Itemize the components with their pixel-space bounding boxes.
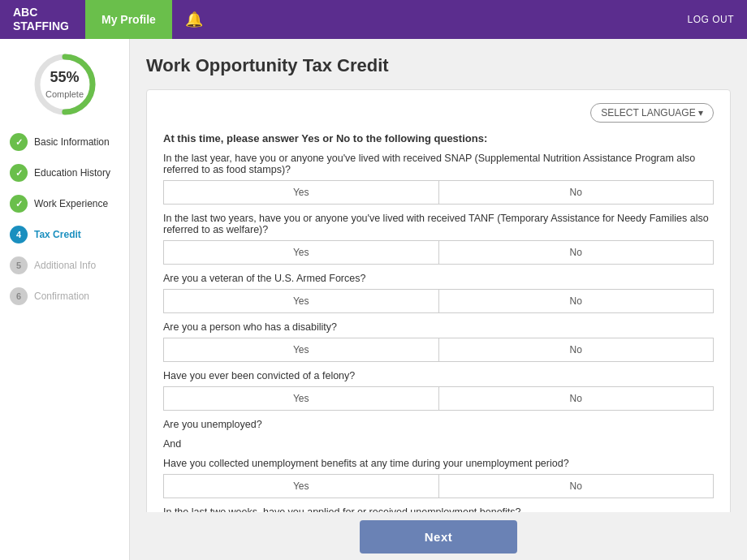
- yes-no-row-5: Yes No: [163, 386, 714, 411]
- sidebar-step-label-2: Education History: [34, 167, 110, 179]
- question-block-6: Are you unemployed?: [163, 419, 714, 430]
- page-title: Work Opportunity Tax Credit: [146, 55, 731, 76]
- question-text-9: In the last two weeks, have you applied …: [163, 506, 714, 512]
- my-profile-nav[interactable]: My Profile: [85, 0, 172, 39]
- question-text-5: Have you ever been convicted of a felony…: [163, 370, 714, 381]
- yes-button-2[interactable]: Yes: [163, 240, 438, 265]
- yes-no-row-4: Yes No: [163, 338, 714, 362]
- sidebar-step-label-1: Basic Information: [34, 136, 110, 148]
- yes-no-row-1: Yes No: [163, 180, 714, 205]
- step-check-icon-3: ✓: [10, 195, 28, 213]
- question-block-5: Have you ever been convicted of a felony…: [163, 370, 714, 411]
- question-text-4: Are you a person who has a disability?: [163, 321, 714, 333]
- yes-no-row-2: Yes No: [163, 240, 714, 265]
- step-inactive-icon-5: 5: [10, 256, 28, 274]
- intro-text: At this time, please answer Yes or No to…: [163, 132, 714, 144]
- yes-no-row-8: Yes No: [163, 474, 714, 498]
- no-button-1[interactable]: No: [438, 180, 715, 205]
- progress-container: 55% Complete: [32, 52, 97, 117]
- sidebar-item-tax-credit[interactable]: 4 Tax Credit: [10, 226, 119, 243]
- yes-button-5[interactable]: Yes: [163, 386, 438, 411]
- question-text-8: Have you collected unemployment benefits…: [163, 458, 714, 469]
- question-text-2: In the last two years, have you or anyon…: [163, 213, 714, 235]
- no-button-2[interactable]: No: [438, 240, 715, 265]
- question-block-2: In the last two years, have you or anyon…: [163, 213, 714, 265]
- and-text-block: And: [163, 438, 714, 450]
- question-block-1: In the last year, have you or anyone you…: [163, 153, 714, 205]
- bottom-bar: Next: [130, 512, 747, 560]
- sidebar-step-label-4: Tax Credit: [34, 229, 81, 240]
- sidebar: 55% Complete ✓ Basic Information ✓ Educa…: [0, 39, 130, 560]
- header: ABC STAFFING My Profile 🔔 LOG OUT: [0, 0, 747, 39]
- next-button-large[interactable]: Next: [360, 520, 518, 554]
- form-card: SELECT LANGUAGE ▾ At this time, please a…: [146, 89, 731, 512]
- question-block-8: Have you collected unemployment benefits…: [163, 458, 714, 498]
- question-block-4: Are you a person who has a disability? Y…: [163, 321, 714, 362]
- progress-complete-label: Complete: [45, 89, 84, 99]
- no-button-4[interactable]: No: [438, 338, 715, 362]
- yes-button-1[interactable]: Yes: [163, 180, 438, 205]
- content-area: Work Opportunity Tax Credit SELECT LANGU…: [130, 39, 747, 512]
- yes-button-4[interactable]: Yes: [163, 338, 438, 362]
- progress-label: 55% Complete: [45, 69, 84, 101]
- top-nav: My Profile 🔔: [85, 0, 688, 39]
- question-text-6: Are you unemployed?: [163, 419, 714, 430]
- question-block-3: Are you a veteran of the U.S. Armed Forc…: [163, 273, 714, 313]
- sidebar-item-work-experience[interactable]: ✓ Work Experience: [10, 195, 119, 213]
- no-button-5[interactable]: No: [438, 386, 715, 411]
- step-inactive-icon-6: 6: [10, 287, 28, 305]
- yes-button-8[interactable]: Yes: [163, 474, 438, 498]
- question-text-3: Are you a veteran of the U.S. Armed Forc…: [163, 273, 714, 284]
- step-check-icon-2: ✓: [10, 164, 28, 182]
- sidebar-step-label-3: Work Experience: [34, 198, 108, 209]
- progress-percent: 55%: [45, 69, 84, 86]
- no-button-3[interactable]: No: [438, 289, 715, 313]
- sidebar-item-additional-info[interactable]: 5 Additional Info: [10, 256, 119, 274]
- bell-icon[interactable]: 🔔: [185, 11, 203, 28]
- question-block-9: In the last two weeks, have you applied …: [163, 506, 714, 512]
- and-text: And: [163, 438, 714, 450]
- yes-no-row-3: Yes No: [163, 289, 714, 313]
- logout-button[interactable]: LOG OUT: [687, 14, 734, 25]
- main-layout: 55% Complete ✓ Basic Information ✓ Educa…: [0, 39, 747, 560]
- progress-circle: 55% Complete: [32, 52, 97, 117]
- sidebar-step-label-5: Additional Info: [34, 260, 96, 271]
- yes-button-3[interactable]: Yes: [163, 289, 438, 313]
- step-check-icon-1: ✓: [10, 133, 28, 151]
- select-language-button[interactable]: SELECT LANGUAGE ▾: [590, 103, 714, 123]
- step-active-icon-4: 4: [10, 226, 28, 243]
- logo: ABC STAFFING: [13, 6, 69, 33]
- sidebar-item-education-history[interactable]: ✓ Education History: [10, 164, 119, 182]
- sidebar-item-confirmation[interactable]: 6 Confirmation: [10, 287, 119, 305]
- sidebar-steps: ✓ Basic Information ✓ Education History …: [0, 133, 129, 318]
- sidebar-step-label-6: Confirmation: [34, 291, 89, 302]
- no-button-8[interactable]: No: [438, 474, 715, 498]
- sidebar-item-basic-info[interactable]: ✓ Basic Information: [10, 133, 119, 151]
- language-row: SELECT LANGUAGE ▾: [163, 103, 714, 123]
- question-text-1: In the last year, have you or anyone you…: [163, 153, 714, 175]
